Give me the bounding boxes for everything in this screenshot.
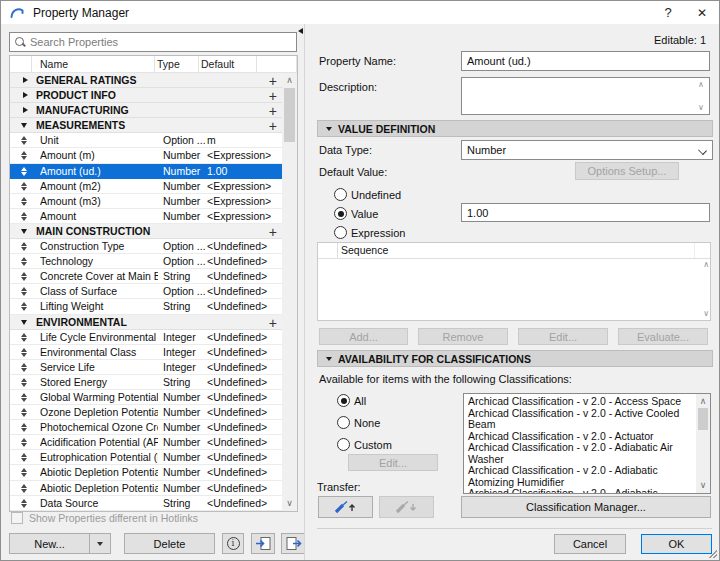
evaluate-button[interactable]: Evaluate...: [618, 328, 708, 345]
property-row[interactable]: Amount (ud.)Number1.00: [10, 164, 282, 179]
drag-handle-icon[interactable]: [20, 468, 28, 477]
property-row[interactable]: Amount (m2)Number<Expression>: [10, 179, 282, 194]
property-row[interactable]: UnitOption ...m: [10, 133, 282, 148]
close-icon[interactable]: ✕: [685, 1, 719, 24]
property-row[interactable]: Lifting WeightString<Undefined>: [10, 299, 282, 314]
drag-handle-icon[interactable]: [20, 363, 28, 372]
property-row[interactable]: Eutrophication Potential (EP)Number<Unde…: [10, 450, 282, 465]
scroll-up-icon[interactable]: ∧: [696, 395, 710, 408]
drag-handle-icon[interactable]: [20, 182, 28, 191]
classification-manager-button[interactable]: Classification Manager...: [461, 496, 711, 518]
property-row[interactable]: Amount (m3)Number<Expression>: [10, 194, 282, 209]
data-type-select[interactable]: Number: [461, 140, 713, 160]
property-name-input[interactable]: Amount (ud.): [461, 51, 710, 71]
add-button[interactable]: Add...: [319, 328, 408, 345]
drag-handle-icon[interactable]: [20, 257, 28, 266]
cancel-button[interactable]: Cancel: [554, 534, 626, 554]
property-row[interactable]: Ozone Depletion Potential (...Number<Und…: [10, 405, 282, 420]
property-row[interactable]: Stored EnergyString<Undefined>: [10, 375, 282, 390]
scroll-down-icon[interactable]: ∨: [696, 479, 710, 492]
property-row[interactable]: Service LifeInteger<Undefined>: [10, 360, 282, 375]
drag-handle-icon[interactable]: [20, 438, 28, 447]
drag-handle-icon[interactable]: [20, 151, 28, 160]
default-value-input[interactable]: 1.00: [461, 203, 710, 222]
drag-handle-icon[interactable]: [20, 484, 28, 493]
property-row[interactable]: Concrete Cover at Main BarsString<Undefi…: [10, 269, 282, 284]
property-row[interactable]: TechnologyOption ...<Undefined>: [10, 254, 282, 269]
radio-undefined[interactable]: [334, 188, 347, 201]
drag-handle-icon[interactable]: [20, 197, 28, 206]
add-property-plus-icon[interactable]: +: [269, 224, 277, 240]
column-type[interactable]: Type: [155, 56, 199, 72]
property-group-row[interactable]: ENVIRONMENTAL+: [10, 315, 282, 330]
property-row[interactable]: Environmental ClassInteger<Undefined>: [10, 345, 282, 360]
radio-value[interactable]: [334, 207, 347, 220]
drag-handle-icon[interactable]: [20, 136, 28, 145]
classification-list-item[interactable]: Archicad Classification - v 2.0 - Adiaba…: [468, 442, 696, 465]
drag-handle-icon[interactable]: [20, 302, 28, 311]
ok-button[interactable]: OK: [641, 534, 712, 554]
property-row[interactable]: Acidification Potential (AP)Number<Undef…: [10, 435, 282, 450]
scroll-down-icon[interactable]: ∨: [282, 497, 297, 510]
collapse-arrow-icon[interactable]: [21, 229, 27, 234]
info-button[interactable]: i: [222, 533, 244, 554]
delete-button[interactable]: Delete: [124, 533, 215, 554]
add-property-plus-icon[interactable]: +: [269, 315, 277, 331]
new-dropdown-arrow[interactable]: [89, 533, 111, 554]
drag-handle-icon[interactable]: [20, 378, 28, 387]
options-setup-button[interactable]: Options Setup...: [575, 162, 679, 180]
list-scrollbar[interactable]: ∧ ∨: [282, 73, 297, 511]
collapse-arrow-icon[interactable]: [21, 123, 27, 128]
property-row[interactable]: Photochemical Ozone Creati...Number<Unde…: [10, 420, 282, 435]
property-row[interactable]: Construction TypeOption ...<Undefined>: [10, 239, 282, 254]
add-property-plus-icon[interactable]: +: [269, 118, 277, 134]
classification-list-item[interactable]: Archicad Classification - v 2.0 - Active…: [468, 408, 696, 431]
drag-handle-icon[interactable]: [20, 423, 28, 432]
expand-arrow-icon[interactable]: [23, 92, 28, 98]
property-row[interactable]: AmountNumber<Expression>: [10, 209, 282, 224]
collapse-left-icon[interactable]: [298, 28, 303, 34]
radio-all[interactable]: [337, 394, 350, 407]
property-row[interactable]: Abiotic Depletion Potential (f...Number<…: [10, 481, 282, 496]
classification-list-item[interactable]: Archicad Classification - v 2.0 - Adiaba…: [468, 488, 696, 493]
drag-handle-icon[interactable]: [20, 499, 28, 508]
remove-button[interactable]: Remove: [418, 328, 508, 345]
column-name[interactable]: Name: [32, 56, 155, 72]
edit-button[interactable]: Edit...: [518, 328, 608, 345]
radio-expression[interactable]: [334, 226, 347, 239]
hotlinks-checkbox[interactable]: [11, 512, 23, 524]
drag-handle-icon[interactable]: [20, 242, 28, 251]
drag-handle-icon[interactable]: [20, 272, 28, 281]
column-default[interactable]: Default: [199, 56, 257, 72]
property-row[interactable]: Life Cycle EnvironmentalInteger<Undefine…: [10, 330, 282, 345]
custom-edit-button[interactable]: Edit...: [348, 454, 438, 471]
scrollbar-thumb[interactable]: [284, 88, 295, 142]
drag-handle-icon[interactable]: [20, 348, 28, 357]
add-property-plus-icon[interactable]: +: [269, 103, 277, 119]
property-row[interactable]: Global Warming Potential (G...Number<Und…: [10, 390, 282, 405]
scrollbar-thumb[interactable]: [698, 408, 708, 430]
drag-handle-icon[interactable]: [20, 393, 28, 402]
inject-settings-button[interactable]: [379, 496, 434, 518]
classifications-scrollbar[interactable]: ∧ ∨: [696, 394, 710, 493]
property-group-row[interactable]: PRODUCT INFO+: [10, 88, 282, 103]
panel-splitter[interactable]: [304, 24, 305, 561]
description-scroll[interactable]: ∧∨: [695, 80, 707, 112]
drag-handle-icon[interactable]: [20, 333, 28, 342]
classification-list-item[interactable]: Archicad Classification - v 2.0 - Access…: [468, 396, 696, 408]
property-group-row[interactable]: MANUFACTURING+: [10, 103, 282, 118]
search-input[interactable]: Search Properties: [9, 32, 297, 52]
drag-handle-icon[interactable]: [20, 167, 28, 176]
drag-handle-icon[interactable]: [20, 287, 28, 296]
help-button[interactable]: ?: [651, 1, 685, 24]
expand-arrow-icon[interactable]: [23, 107, 28, 113]
radio-custom[interactable]: [337, 438, 350, 451]
export-button[interactable]: [281, 533, 305, 554]
expand-arrow-icon[interactable]: [23, 77, 28, 83]
description-input[interactable]: ∧∨: [461, 77, 710, 115]
pickup-settings-button[interactable]: [318, 496, 373, 518]
collapse-arrow-icon[interactable]: [21, 320, 27, 325]
property-row[interactable]: Class of SurfaceOption ...<Undefined>: [10, 284, 282, 299]
classification-list-item[interactable]: Archicad Classification - v 2.0 - Adiaba…: [468, 465, 696, 488]
new-button[interactable]: New...: [9, 533, 90, 554]
